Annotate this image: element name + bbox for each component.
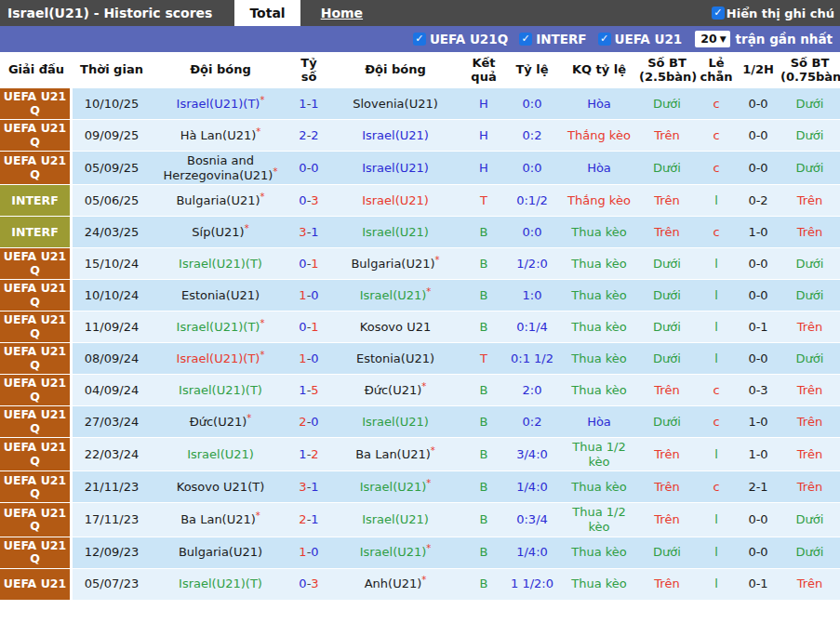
away-team: Kosovo U21	[327, 312, 463, 342]
half-score-cell: 1-0	[737, 406, 780, 437]
odd-even-cell: l	[696, 312, 737, 342]
show-notes-toggle[interactable]: ✓ Hiển thị ghi chú	[712, 7, 840, 20]
score-cell: 1-0	[290, 537, 327, 568]
col-header-odd-even: Lẻ chẵn	[696, 54, 737, 87]
filter-uefa-u21q[interactable]: ✓ UEFA U21Q	[413, 32, 508, 46]
odds-cell: 0:3/4	[504, 503, 560, 536]
col-header-odds: Tỷ lệ	[504, 60, 560, 80]
odd-even-cell: c	[696, 406, 737, 437]
ou25-cell: Dưới	[638, 312, 696, 342]
ou25-cell: Dưới	[638, 537, 696, 568]
filter-interf[interactable]: ✓ INTERF	[519, 32, 586, 46]
odd-even-cell: l	[696, 248, 737, 279]
odds-result-cell: Thua kèo	[560, 375, 638, 405]
col-header-away-team: Đội bóng	[327, 60, 463, 80]
odd-even-cell: l	[696, 280, 737, 311]
score-cell: 0-3	[290, 185, 327, 216]
odd-even-cell: c	[696, 471, 737, 502]
date-cell: 22/03/24	[73, 438, 151, 471]
score-cell: 0-1	[290, 248, 327, 279]
score-cell: 2-2	[290, 120, 327, 151]
score-cell: 1-5	[290, 375, 327, 405]
score-cell: 1-0	[290, 280, 327, 311]
odds-result-cell: Thua kèo	[560, 312, 638, 342]
odds-cell: 1/2:0	[504, 248, 560, 279]
note-star-icon: *	[426, 543, 431, 553]
ou25-cell: Trên	[638, 217, 696, 247]
odd-even-cell: c	[696, 88, 737, 119]
note-star-icon: *	[260, 350, 264, 360]
result-cell: B	[463, 503, 504, 536]
tab-home[interactable]: Home	[306, 0, 378, 26]
match-row: INTERF24/03/25Síp(U21)*3-1Israel(U21)B0:…	[0, 217, 840, 248]
away-team: Israel(U21)	[327, 217, 463, 247]
match-count-select[interactable]: 20 ▼	[695, 31, 729, 47]
match-row: UEFA U21 Q12/09/23Bulgaria(U21)1-0Israel…	[0, 537, 840, 569]
result-cell: B	[463, 537, 504, 568]
away-team: Israel(U21)	[327, 152, 463, 184]
score-cell: 2-0	[290, 406, 327, 437]
match-count-value: 20	[700, 32, 716, 46]
odds-cell: 0:2	[504, 406, 560, 437]
match-row: UEFA U21 Q10/10/25Israel(U21)(T)*1-1Slov…	[0, 88, 840, 120]
col-header-date: Thời gian	[73, 60, 151, 80]
note-star-icon: *	[431, 445, 435, 456]
odds-cell: 0:0	[504, 88, 560, 119]
checkbox-checked-icon[interactable]: ✓	[712, 7, 725, 20]
odds-result-cell: Hòa	[560, 406, 638, 437]
date-cell: 21/11/23	[73, 471, 151, 502]
odds-cell: 1/4:0	[504, 537, 560, 568]
home-team: Israel(U21)(T)	[151, 375, 290, 405]
filter-uefa-u21[interactable]: ✓ UEFA U21	[598, 32, 683, 46]
date-cell: 10/10/25	[73, 88, 151, 119]
half-score-cell: 0-2	[737, 185, 780, 216]
odds-result-cell: Thua kèo	[560, 217, 638, 247]
result-cell: H	[463, 120, 504, 151]
home-team: Ba Lan(U21)*	[151, 503, 290, 536]
odds-result-cell: Hòa	[560, 88, 638, 119]
league-cell: UEFA U21 Q	[0, 537, 73, 568]
tab-total[interactable]: Total	[234, 0, 300, 26]
ou25-cell: Dưới	[638, 343, 696, 374]
col-header-ou075: Số BT (0.75bàn)	[780, 54, 840, 87]
score-cell: 0-1	[290, 312, 327, 342]
away-team: Israel(U21)	[327, 503, 463, 536]
away-team: Estonia(U21)	[327, 343, 463, 374]
match-row: UEFA U21 Q05/09/25Bosnia and Herzegovina…	[0, 152, 840, 185]
match-row: UEFA U21 Q10/10/24Estonia(U21)1-0Israel(…	[0, 280, 840, 312]
result-cell: T	[463, 343, 504, 374]
half-score-cell: 0-3	[737, 375, 780, 405]
score-cell: 3-1	[290, 217, 327, 247]
ou25-cell: Trên	[638, 503, 696, 536]
away-team: Israel(U21)	[327, 120, 463, 151]
away-team: Israel(U21)*	[327, 537, 463, 568]
checkbox-checked-icon[interactable]: ✓	[519, 33, 532, 46]
half-score-cell: 0-0	[737, 88, 780, 119]
odds-cell: 2:0	[504, 375, 560, 405]
half-score-cell: 0-0	[737, 537, 780, 568]
checkbox-checked-icon[interactable]: ✓	[413, 33, 426, 46]
half-score-cell: 2-1	[737, 471, 780, 502]
league-cell: UEFA U21 Q	[0, 312, 73, 342]
date-cell: 05/07/23	[73, 569, 151, 600]
note-star-icon: *	[260, 318, 264, 328]
ou25-cell: Dưới	[638, 406, 696, 437]
odds-result-cell: Thua kèo	[560, 280, 638, 311]
ou25-cell: Trên	[638, 120, 696, 151]
odd-even-cell: l	[696, 438, 737, 471]
odds-cell: 0:1 1/2	[504, 343, 560, 374]
home-team: Hà Lan(U21)*	[151, 120, 290, 151]
ou25-cell: Dưới	[638, 152, 696, 184]
ou25-cell: Dưới	[638, 280, 696, 311]
chevron-down-icon: ▼	[720, 34, 727, 44]
filter-label: UEFA U21Q	[430, 32, 508, 46]
filter-label: INTERF	[536, 32, 586, 46]
score-cell: 2-1	[290, 503, 327, 536]
league-cell: UEFA U21 Q	[0, 88, 73, 119]
date-cell: 27/03/24	[73, 406, 151, 437]
away-team: Bulgaria(U21)*	[327, 248, 463, 279]
checkbox-checked-icon[interactable]: ✓	[598, 33, 611, 46]
odds-cell: 0:0	[504, 217, 560, 247]
result-cell: B	[463, 217, 504, 247]
match-row: UEFA U21 Q08/09/24Israel(U21)(T)*1-0Esto…	[0, 343, 840, 375]
